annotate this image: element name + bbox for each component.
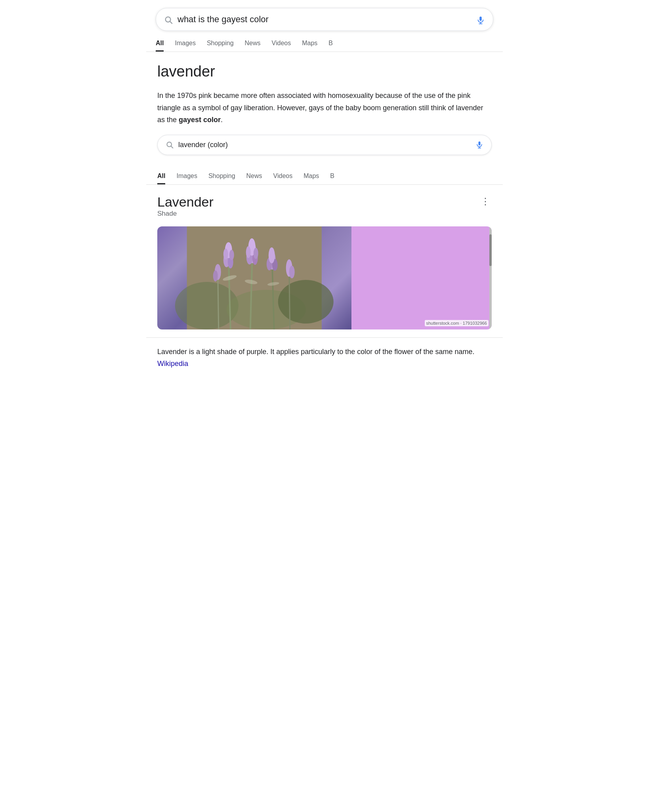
tab-news[interactable]: News: [245, 40, 261, 52]
snippet-text-after: .: [221, 116, 223, 124]
svg-line-37: [218, 274, 219, 329]
tab-videos[interactable]: Videos: [272, 40, 291, 52]
svg-point-42: [289, 266, 295, 278]
description-paragraph: Lavender is a light shade of purple. It …: [157, 346, 492, 370]
tab2-maps[interactable]: Maps: [304, 172, 319, 184]
lavender-result-card: Lavender Shade ⋮: [146, 185, 503, 329]
lavender-flower-image[interactable]: [157, 226, 351, 329]
lavender-color-swatch: shutterstock.com · 1791032966: [351, 226, 492, 329]
tab-all[interactable]: All: [156, 40, 164, 52]
tab2-news[interactable]: News: [246, 172, 262, 184]
section-divider: [146, 337, 503, 338]
svg-point-27: [246, 246, 251, 258]
inline-search-query: lavender (color): [178, 141, 471, 149]
tab2-videos[interactable]: Videos: [273, 172, 293, 184]
tab2-images[interactable]: Images: [176, 172, 197, 184]
card-subtitle: Shade: [157, 210, 214, 218]
svg-point-14: [278, 280, 334, 324]
inline-search-bar[interactable]: lavender (color): [157, 135, 492, 155]
tab-maps[interactable]: Maps: [302, 40, 317, 52]
tab-shopping[interactable]: Shopping: [207, 40, 234, 52]
svg-point-21: [229, 250, 234, 260]
search-bar-container: what is the gayest color: [146, 0, 503, 31]
inline-search-icon: [166, 141, 174, 149]
svg-line-6: [171, 146, 173, 148]
scroll-thumb: [489, 234, 492, 266]
card-title: Lavender: [157, 194, 214, 210]
svg-point-28: [254, 248, 258, 259]
search-query-text: what is the gayest color: [178, 14, 471, 25]
description-text-before: Lavender is a light shade of purple. It …: [157, 348, 474, 356]
tab2-all[interactable]: All: [157, 172, 165, 184]
featured-snippet: lavender In the 1970s pink became more o…: [146, 52, 503, 169]
scroll-indicator: [489, 226, 492, 329]
tab-more[interactable]: B: [328, 40, 333, 52]
card-title-block: Lavender Shade: [157, 194, 214, 225]
image-caption: shutterstock.com · 1791032966: [425, 320, 489, 326]
svg-line-1: [170, 21, 172, 23]
svg-rect-7: [479, 142, 481, 146]
bottom-description: Lavender is a light shade of purple. It …: [146, 346, 503, 381]
tab-images[interactable]: Images: [175, 40, 195, 52]
search-icon: [164, 14, 173, 25]
svg-point-20: [223, 249, 228, 260]
tab2-shopping[interactable]: Shopping: [208, 172, 235, 184]
image-strip: shutterstock.com · 1791032966: [157, 226, 492, 329]
svg-point-39: [213, 270, 218, 282]
search-bar[interactable]: what is the gayest color: [156, 8, 493, 31]
tab2-more[interactable]: B: [330, 172, 334, 184]
second-tabs: All Images Shopping News Videos Maps B: [146, 169, 503, 185]
svg-line-40: [289, 270, 290, 329]
snippet-body-text: In the 1970s pink became more often asso…: [157, 90, 492, 126]
card-header: Lavender Shade ⋮: [157, 194, 492, 225]
wikipedia-link[interactable]: Wikipedia: [157, 360, 188, 368]
snippet-answer: lavender: [157, 63, 492, 80]
inline-mic-icon[interactable]: [475, 141, 483, 149]
more-options-button[interactable]: ⋮: [479, 194, 492, 209]
svg-point-33: [269, 247, 275, 263]
top-tabs: All Images Shopping News Videos Maps B: [146, 35, 503, 52]
svg-rect-2: [479, 16, 482, 21]
microphone-icon[interactable]: [476, 14, 485, 25]
snippet-text-bold: gayest color: [179, 116, 221, 124]
